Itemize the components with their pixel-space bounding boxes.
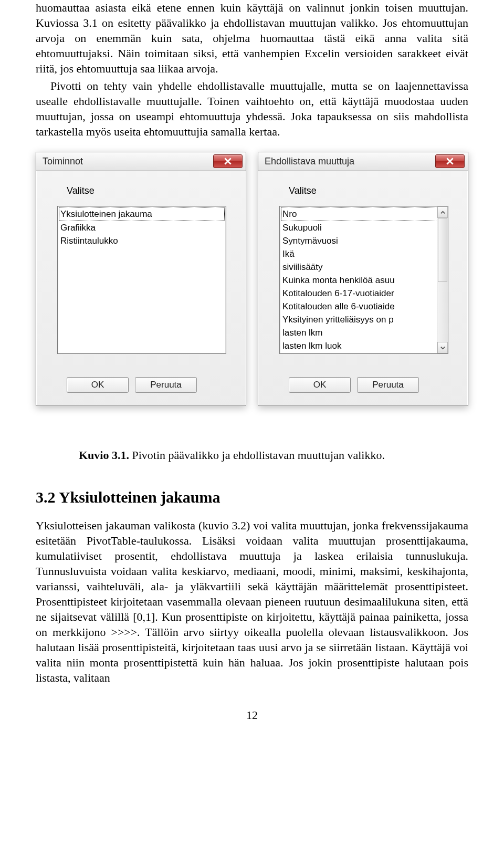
- list-item[interactable]: Yksityinen yritteliäisyys on p: [281, 313, 447, 326]
- scrollbar[interactable]: [437, 206, 448, 353]
- figure-caption: Kuvio 3.1. Pivotin päävalikko ja ehdolli…: [79, 448, 468, 463]
- chevron-down-icon: [440, 346, 445, 350]
- paragraph-1: huomauttaa asiasta eikä etene ennen kuin…: [36, 0, 468, 76]
- list-item[interactable]: Syntymävuosi: [281, 234, 447, 247]
- list-item[interactable]: Grafiikka: [59, 221, 225, 234]
- list-item[interactable]: Ikä: [281, 247, 447, 260]
- close-icon: [224, 158, 232, 165]
- page-number: 12: [36, 708, 468, 722]
- figure-dialogs: Toiminnot Valitse Yksiulotteinen jakauma…: [36, 152, 468, 406]
- paragraph-2: Pivotti on tehty vain yhdelle ehdollista…: [36, 78, 468, 139]
- listbox-toiminnot[interactable]: Yksiulotteinen jakauma Grafiikka Ristiin…: [57, 206, 226, 354]
- list-item[interactable]: Yksiulotteinen jakauma: [59, 207, 225, 221]
- listbox-ehdollistava[interactable]: Nro Sukupuoli Syntymävuosi Ikä siviilisä…: [279, 206, 448, 354]
- close-button[interactable]: [435, 154, 465, 168]
- cancel-button[interactable]: Peruuta: [135, 377, 197, 393]
- list-item[interactable]: lasten lkm luok: [281, 339, 447, 352]
- ok-button[interactable]: OK: [289, 377, 351, 393]
- close-icon: [446, 158, 454, 165]
- dialog-title: Toiminnot: [43, 156, 83, 167]
- scroll-down-button[interactable]: [437, 342, 448, 353]
- list-item[interactable]: Kuinka monta henkilöä asuu: [281, 274, 447, 287]
- scroll-thumb[interactable]: [438, 218, 447, 282]
- ok-button[interactable]: OK: [67, 377, 129, 393]
- dialog-title: Ehdollistava muuttuja: [265, 156, 354, 167]
- cancel-button[interactable]: Peruuta: [357, 377, 419, 393]
- list-item[interactable]: Kotitalouden alle 6-vuotiaide: [281, 300, 447, 313]
- list-item[interactable]: Ristiintaulukko: [59, 234, 225, 247]
- select-label: Valitse: [289, 185, 456, 196]
- paragraph-3: Yksiulotteisen jakauman valikosta (kuvio…: [36, 518, 468, 685]
- close-button[interactable]: [213, 154, 243, 168]
- select-label: Valitse: [67, 185, 234, 196]
- dialog-ehdollistava: Ehdollistava muuttuja Valitse Nro Sukupu…: [258, 152, 468, 406]
- scroll-up-button[interactable]: [437, 206, 448, 218]
- list-item[interactable]: Kotitalouden 6-17-vuotiaider: [281, 287, 447, 300]
- caption-text: Pivotin päävalikko ja ehdollistavan muut…: [129, 448, 385, 462]
- dialog-toiminnot: Toiminnot Valitse Yksiulotteinen jakauma…: [36, 152, 246, 406]
- list-item[interactable]: Nro: [281, 207, 447, 221]
- list-item[interactable]: siviilisääty: [281, 260, 447, 274]
- caption-label: Kuvio 3.1.: [79, 448, 129, 462]
- chevron-up-icon: [440, 210, 445, 215]
- list-item[interactable]: lasten lkm: [281, 326, 447, 339]
- list-item[interactable]: Sukupuoli: [281, 221, 447, 234]
- section-heading: 3.2 Yksiulotteinen jakauma: [36, 488, 468, 506]
